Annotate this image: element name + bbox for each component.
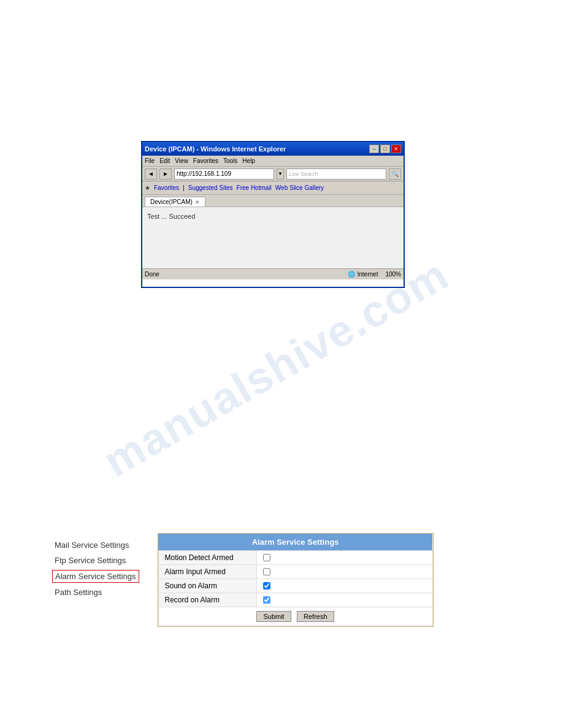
checkbox-cell-alarm-input [263, 568, 426, 575]
sidebar-item-mail[interactable]: Mail Service Settings [52, 539, 139, 551]
row-label-alarm-input: Alarm Input Armed [158, 565, 256, 579]
checkbox-record[interactable] [263, 596, 270, 604]
maximize-button[interactable]: □ [380, 145, 390, 153]
status-zone: 🌐 Internet 100% [348, 271, 402, 278]
table-row: Alarm Input Armed [158, 565, 432, 579]
checkbox-alarm-input[interactable] [263, 568, 270, 575]
checkbox-cell-motion [263, 554, 426, 561]
browser-window: Device (IPCAM) - Windows Internet Explor… [141, 141, 405, 288]
bookmark-favorites[interactable]: Favorites [154, 184, 179, 191]
forward-button[interactable]: ► [159, 169, 172, 180]
bookmark-suggested[interactable]: Suggested Sites [188, 184, 233, 191]
sidebar-item-path[interactable]: Path Settings [52, 586, 139, 598]
browser-menu: File Edit View Favorites Tools Help [142, 156, 404, 167]
zone-text: Internet [358, 271, 378, 278]
row-value-motion [256, 551, 432, 565]
checkbox-cell-record [263, 596, 426, 604]
status-done-text: Done [145, 271, 159, 278]
menu-tools[interactable]: Tools [223, 157, 237, 164]
row-label-motion: Motion Detect Armed [158, 551, 256, 565]
checkbox-sound[interactable] [263, 582, 270, 590]
menu-help[interactable]: Help [242, 157, 255, 164]
menu-file[interactable]: File [145, 157, 155, 164]
content-text: Test ... Succeed [147, 213, 195, 220]
sidebar-item-alarm[interactable]: Alarm Service Settings [52, 570, 139, 583]
table-row: Motion Detect Armed [158, 551, 432, 565]
table-header: Alarm Service Settings [158, 534, 432, 551]
row-value-sound [256, 579, 432, 593]
browser-tab[interactable]: Device(IPCAM) ✕ [145, 197, 205, 207]
settings-area: Mail Service Settings Ftp Service Settin… [52, 533, 434, 627]
browser-titlebar: Device (IPCAM) - Windows Internet Explor… [142, 142, 404, 156]
table-footer-cell: Submit Refresh [158, 607, 432, 626]
address-bar[interactable]: http://192.168.1.109 [174, 169, 274, 180]
browser-toolbar: ◄ ► http://192.168.1.109 ▼ Live Search 🔍 [142, 167, 404, 181]
search-text: Live Search [289, 171, 318, 177]
table-footer-row: Submit Refresh [158, 607, 432, 626]
submit-button[interactable]: Submit [256, 611, 291, 622]
bookmarks-bar: ★ Favorites | Suggested Sites Free Hotma… [142, 181, 404, 195]
menu-favorites[interactable]: Favorites [193, 157, 218, 164]
menu-edit[interactable]: Edit [159, 157, 170, 164]
window-controls: – □ ✕ [369, 145, 401, 153]
row-value-alarm-input [256, 565, 432, 579]
address-dropdown[interactable]: ▼ [277, 169, 284, 180]
browser-content: Test ... Succeed [142, 207, 404, 268]
sidebar-nav: Mail Service Settings Ftp Service Settin… [52, 533, 139, 627]
menu-view[interactable]: View [175, 157, 188, 164]
search-button[interactable]: 🔍 [389, 169, 401, 180]
close-button[interactable]: ✕ [391, 145, 401, 153]
browser-title: Device (IPCAM) - Windows Internet Explor… [145, 145, 286, 153]
favorites-label: ★ [145, 184, 150, 191]
table-row: Sound on Alarm [158, 579, 432, 593]
tab-bar: Device(IPCAM) ✕ [142, 195, 404, 207]
refresh-button[interactable]: Refresh [297, 611, 334, 622]
tab-close-icon[interactable]: ✕ [195, 199, 200, 205]
checkbox-cell-sound [263, 582, 426, 590]
alarm-settings-container: Alarm Service Settings Motion Detect Arm… [158, 533, 434, 627]
back-button[interactable]: ◄ [145, 169, 157, 180]
bookmark-hotmail[interactable]: Free Hotmail [237, 184, 272, 191]
zoom-text: 100% [385, 271, 401, 278]
minimize-button[interactable]: – [369, 145, 379, 153]
browser-statusbar: Done 🌐 Internet 100% [142, 268, 404, 279]
sidebar-item-ftp[interactable]: Ftp Service Settings [52, 555, 139, 566]
row-value-record [256, 593, 432, 607]
table-row: Record on Alarm [158, 593, 432, 607]
row-label-record: Record on Alarm [158, 593, 256, 607]
bookmark-webslice[interactable]: Web Slice Gallery [275, 184, 324, 191]
alarm-settings-table: Alarm Service Settings Motion Detect Arm… [158, 534, 433, 626]
row-label-sound: Sound on Alarm [158, 579, 256, 593]
zone-icon: 🌐 [348, 271, 355, 278]
address-text: http://192.168.1.109 [177, 170, 231, 177]
tab-label: Device(IPCAM) [150, 199, 193, 205]
checkbox-motion[interactable] [263, 554, 270, 561]
search-bar[interactable]: Live Search [286, 169, 386, 180]
